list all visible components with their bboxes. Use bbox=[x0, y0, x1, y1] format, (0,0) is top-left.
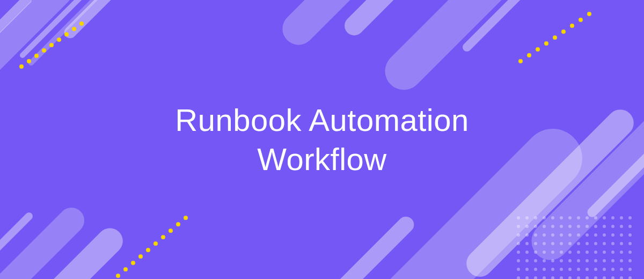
svg-point-51 bbox=[594, 225, 597, 228]
svg-point-61 bbox=[560, 233, 563, 237]
svg-point-122 bbox=[603, 268, 606, 271]
svg-point-137 bbox=[611, 276, 614, 279]
svg-point-113 bbox=[525, 268, 529, 271]
svg-point-57 bbox=[525, 233, 529, 237]
svg-point-134 bbox=[586, 276, 589, 279]
svg-point-55 bbox=[628, 225, 632, 228]
svg-point-19 bbox=[123, 267, 128, 271]
svg-point-102 bbox=[551, 259, 554, 262]
svg-point-130 bbox=[551, 276, 554, 279]
svg-point-127 bbox=[525, 276, 529, 279]
svg-point-74 bbox=[551, 242, 554, 245]
svg-point-21 bbox=[138, 254, 143, 259]
svg-point-15 bbox=[570, 24, 574, 28]
svg-point-109 bbox=[611, 259, 614, 262]
svg-point-7 bbox=[72, 27, 76, 31]
svg-point-75 bbox=[560, 242, 563, 245]
svg-point-100 bbox=[534, 259, 537, 262]
svg-point-64 bbox=[586, 233, 589, 237]
svg-point-31 bbox=[543, 216, 546, 219]
svg-point-106 bbox=[586, 259, 589, 262]
svg-point-40 bbox=[620, 216, 623, 219]
svg-point-135 bbox=[594, 276, 597, 279]
svg-point-53 bbox=[611, 225, 614, 228]
svg-point-59 bbox=[543, 233, 546, 237]
svg-point-68 bbox=[620, 233, 623, 237]
svg-point-82 bbox=[620, 242, 623, 245]
svg-point-38 bbox=[603, 216, 606, 219]
svg-point-32 bbox=[551, 216, 554, 219]
svg-point-95 bbox=[611, 251, 614, 254]
svg-point-67 bbox=[611, 233, 614, 237]
svg-point-88 bbox=[551, 251, 554, 254]
svg-point-16 bbox=[579, 18, 583, 22]
svg-point-77 bbox=[577, 242, 580, 245]
svg-point-86 bbox=[534, 251, 537, 254]
svg-point-108 bbox=[603, 259, 606, 262]
svg-point-50 bbox=[586, 225, 589, 228]
svg-point-8 bbox=[79, 21, 84, 26]
svg-point-29 bbox=[525, 216, 529, 219]
svg-point-34 bbox=[568, 216, 572, 219]
dot-grid-icon bbox=[515, 215, 644, 279]
svg-point-28 bbox=[517, 216, 520, 219]
svg-point-72 bbox=[534, 242, 537, 245]
svg-point-132 bbox=[568, 276, 572, 279]
svg-point-1 bbox=[27, 59, 31, 63]
svg-point-131 bbox=[560, 276, 563, 279]
svg-point-26 bbox=[176, 222, 180, 226]
svg-point-84 bbox=[517, 251, 520, 254]
svg-point-60 bbox=[551, 233, 554, 237]
svg-point-81 bbox=[611, 242, 614, 245]
svg-point-73 bbox=[543, 242, 546, 245]
svg-point-36 bbox=[586, 216, 589, 219]
svg-point-92 bbox=[586, 251, 589, 254]
svg-point-69 bbox=[628, 233, 632, 237]
svg-point-10 bbox=[527, 53, 531, 57]
svg-point-101 bbox=[543, 259, 546, 262]
svg-point-98 bbox=[517, 259, 520, 262]
svg-point-80 bbox=[603, 242, 606, 245]
svg-point-58 bbox=[534, 233, 537, 237]
svg-point-104 bbox=[568, 259, 572, 262]
svg-point-70 bbox=[517, 242, 520, 245]
svg-point-128 bbox=[534, 276, 537, 279]
svg-point-6 bbox=[64, 32, 69, 36]
svg-point-46 bbox=[551, 225, 554, 228]
svg-point-129 bbox=[543, 276, 546, 279]
svg-point-2 bbox=[34, 54, 39, 58]
svg-point-66 bbox=[603, 233, 606, 237]
svg-point-138 bbox=[620, 276, 623, 279]
svg-point-54 bbox=[620, 225, 623, 228]
svg-point-12 bbox=[544, 41, 548, 46]
svg-point-123 bbox=[611, 268, 614, 271]
svg-point-42 bbox=[517, 225, 520, 228]
svg-point-91 bbox=[577, 251, 580, 254]
svg-point-78 bbox=[586, 242, 589, 245]
svg-point-11 bbox=[536, 47, 540, 52]
svg-point-107 bbox=[594, 259, 597, 262]
svg-point-41 bbox=[628, 216, 632, 219]
svg-point-18 bbox=[116, 274, 120, 278]
svg-point-111 bbox=[628, 259, 632, 262]
svg-point-22 bbox=[146, 248, 150, 252]
svg-point-17 bbox=[587, 12, 591, 16]
svg-point-124 bbox=[620, 268, 623, 271]
svg-point-114 bbox=[534, 268, 537, 271]
svg-point-110 bbox=[620, 259, 623, 262]
svg-point-117 bbox=[560, 268, 563, 271]
svg-point-23 bbox=[153, 241, 158, 246]
svg-point-139 bbox=[628, 276, 632, 279]
svg-point-90 bbox=[568, 251, 572, 254]
svg-point-96 bbox=[620, 251, 623, 254]
svg-point-39 bbox=[611, 216, 614, 219]
svg-point-116 bbox=[551, 268, 554, 271]
svg-point-63 bbox=[577, 233, 580, 237]
svg-point-115 bbox=[543, 268, 546, 271]
svg-point-37 bbox=[594, 216, 597, 219]
svg-point-30 bbox=[534, 216, 537, 219]
svg-point-14 bbox=[561, 30, 566, 34]
svg-point-20 bbox=[131, 261, 135, 265]
svg-point-105 bbox=[577, 259, 580, 262]
banner-title: Runbook Automation Workflow bbox=[175, 101, 469, 179]
